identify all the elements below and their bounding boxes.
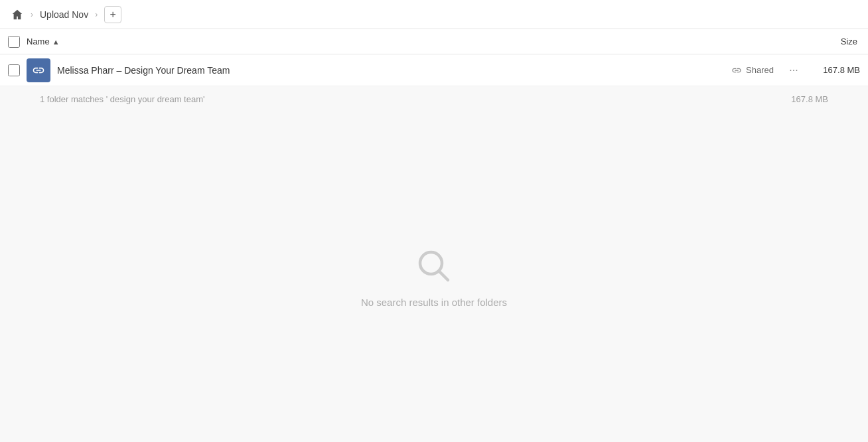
add-button[interactable]: + <box>104 6 121 23</box>
breadcrumb-upload-nov[interactable]: Upload Nov <box>37 8 91 21</box>
link-icon <box>731 65 742 76</box>
more-options-button[interactable]: ··· <box>784 61 803 80</box>
file-size: 167.8 MB <box>814 65 860 75</box>
content-area: Name ▲ Size Melissa Pharr – Design Your … <box>0 29 868 442</box>
file-name: Melissa Pharr – Design Your Dream Team <box>57 65 731 76</box>
svg-line-1 <box>439 271 449 280</box>
breadcrumb-chevron-2: › <box>95 10 98 19</box>
no-results-text: No search results in other folders <box>361 297 507 308</box>
table-header: Name ▲ Size <box>0 29 868 54</box>
select-all-checkbox[interactable] <box>8 36 20 48</box>
shared-label: Shared <box>746 65 774 75</box>
ellipsis-icon: ··· <box>789 64 798 76</box>
match-text: 1 folder matches ' design your dream tea… <box>40 94 204 104</box>
table-row[interactable]: Melissa Pharr – Design Your Dream Team S… <box>0 54 868 86</box>
empty-state: No search results in other folders <box>0 111 868 442</box>
home-button[interactable] <box>8 5 27 24</box>
row-checkbox[interactable] <box>8 64 20 76</box>
no-results-icon <box>414 246 454 286</box>
name-column-header[interactable]: Name ▲ <box>27 37 841 46</box>
breadcrumb-chevron-1: › <box>31 10 33 19</box>
shared-indicator: Shared <box>731 65 774 76</box>
size-column-header: Size <box>841 37 857 46</box>
name-label: Name <box>27 37 50 46</box>
sort-indicator: ▲ <box>52 38 60 46</box>
match-size: 167.8 MB <box>791 94 828 104</box>
match-info-bar: 1 folder matches ' design your dream tea… <box>0 86 868 111</box>
breadcrumb-bar: › Upload Nov › + <box>0 0 868 29</box>
file-icon <box>27 58 50 82</box>
